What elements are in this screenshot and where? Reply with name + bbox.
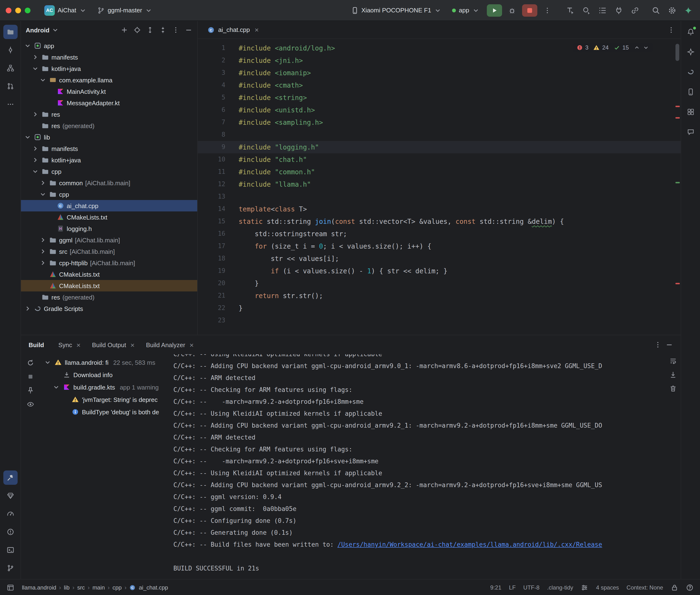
project-tree-item-cmakelists-txt[interactable]: CMakeLists.txt [21, 268, 197, 280]
build-tool-window-button[interactable] [3, 471, 18, 485]
project-tree-item-common-aichat-lib-main[interactable]: common [AiChat.lib.main] [21, 177, 197, 189]
project-widget[interactable]: AC AiChat [41, 3, 90, 18]
breadcrumb-main[interactable]: main [92, 584, 105, 591]
chevron-down-icon[interactable] [39, 191, 47, 198]
gutter-line-6[interactable]: 6 [198, 104, 225, 116]
filter-icon[interactable] [27, 400, 34, 408]
gutter-line-18[interactable]: 18 [198, 252, 225, 265]
branch-widget[interactable]: ggml-master [94, 4, 156, 16]
gutter-line-22[interactable]: 22 [198, 302, 225, 314]
project-tree-item-cmakelists-txt[interactable]: CMakeLists.txt [21, 280, 197, 291]
next-problem-button[interactable] [643, 44, 649, 51]
gutter-line-14[interactable]: 14 [198, 203, 225, 215]
device-manager-button[interactable] [683, 85, 698, 99]
project-tree-item-manifests[interactable]: manifests [21, 143, 197, 154]
project-tree-item-lib[interactable]: lib [21, 132, 197, 143]
soft-wrap-button[interactable] [669, 357, 677, 365]
hide-panel-button[interactable] [185, 26, 192, 34]
chevron-right-icon[interactable] [24, 305, 31, 312]
project-tree-item-com-example-llama[interactable]: com.example.llama [21, 74, 197, 86]
project-tool-window-button[interactable] [3, 25, 18, 39]
code-line-13[interactable]: 13 [198, 191, 681, 203]
close-icon[interactable]: × [190, 341, 194, 348]
gutter-line-8[interactable]: 8 [198, 129, 225, 141]
run-config-selector[interactable]: app [449, 4, 483, 16]
build-window-title[interactable]: Build [29, 341, 44, 348]
gutter-line-3[interactable]: 3 [198, 67, 225, 79]
close-window-button[interactable] [6, 7, 11, 13]
project-tree-item-app[interactable]: app [21, 40, 197, 51]
gutter-line-12[interactable]: 12 [198, 178, 225, 191]
clear-console-button[interactable] [669, 385, 677, 392]
pull-requests-button[interactable] [3, 79, 18, 93]
build-tab-sync[interactable]: Sync× [54, 339, 85, 351]
gutter-line-21[interactable]: 21 [198, 289, 225, 302]
live-edit-icon[interactable] [566, 6, 575, 15]
chevron-down-icon[interactable] [24, 133, 31, 141]
project-tree-item-messageadapter-kt[interactable]: MessageAdapter.kt [21, 97, 197, 109]
breadcrumb-cpp[interactable]: cpp [112, 584, 122, 591]
gutter-line-23[interactable]: 23 [198, 314, 225, 327]
code-line-2[interactable]: 2#include <jni.h> [198, 54, 681, 67]
lock-icon[interactable] [671, 584, 678, 591]
gutter-line-19[interactable]: 19 [198, 265, 225, 277]
chevron-right-icon[interactable] [39, 236, 47, 244]
project-tree-item-logging-h[interactable]: Hlogging.h [21, 223, 197, 234]
rerun-build-button[interactable] [27, 359, 34, 367]
stop-build-button[interactable] [27, 373, 34, 380]
file-encoding[interactable]: UTF-8 [523, 584, 539, 591]
code-line-5[interactable]: 5#include <string> [198, 91, 681, 104]
line-separator[interactable]: LF [509, 584, 516, 591]
code-line-14[interactable]: 14template<class T> [198, 203, 681, 215]
code-line-4[interactable]: 4#include <cmath> [198, 79, 681, 91]
clang-tidy-widget[interactable]: .clang-tidy [547, 584, 573, 591]
build-tree-item-llama-android-fi[interactable]: llama.android: fi22 sec, 583 ms [40, 356, 169, 369]
chevron-right-icon[interactable] [39, 179, 47, 187]
editor-scrollbar[interactable] [674, 39, 681, 335]
ui-check-icon[interactable] [582, 6, 591, 15]
chevron-down-icon[interactable] [31, 168, 39, 175]
code-editor[interactable]: 1#include <android/log.h>2#include <jni.… [198, 39, 681, 335]
close-icon[interactable]: × [255, 26, 259, 33]
close-icon[interactable]: × [130, 341, 135, 348]
link-icon[interactable] [631, 6, 639, 15]
error-stripe-mark[interactable] [675, 117, 680, 119]
code-line-6[interactable]: 6#include <unistd.h> [198, 104, 681, 116]
error-stripe-mark[interactable] [675, 106, 680, 107]
code-line-8[interactable]: 8 [198, 129, 681, 141]
project-tree-item-ggml-aichat-lib-main[interactable]: ggml [AiChat.lib.main] [21, 234, 197, 246]
scrollbar-thumb[interactable] [675, 44, 679, 61]
debug-button[interactable] [506, 4, 518, 17]
code-style-icon[interactable] [581, 584, 589, 591]
problems-tool-window-button[interactable] [3, 525, 18, 539]
more-tool-windows-button[interactable] [3, 97, 18, 111]
inspections-status-icon[interactable] [686, 584, 694, 591]
breadcrumb-lib[interactable]: lib [64, 584, 69, 591]
code-line-16[interactable]: 16 std::ostringstream str; [198, 228, 681, 240]
notifications-button[interactable] [683, 25, 698, 39]
fullscreen-window-button[interactable] [25, 7, 30, 13]
version-control-tool-window-button[interactable] [3, 561, 18, 575]
gutter-line-5[interactable]: 5 [198, 91, 225, 104]
project-tree-item-res[interactable]: res [21, 109, 197, 120]
chevron-right-icon[interactable] [31, 156, 39, 164]
console-file-link[interactable]: /Users/hanyin/Workspace/ai-chat/examples… [337, 541, 602, 548]
chevron-down-icon[interactable] [31, 65, 39, 73]
gutter-line-16[interactable]: 16 [198, 228, 225, 240]
device-selector[interactable]: Xiaomi POCOPHONE F1 [347, 4, 445, 16]
gutter-line-2[interactable]: 2 [198, 54, 225, 67]
dependencies-tool-window-button[interactable] [3, 488, 18, 503]
panel-options-button[interactable] [172, 26, 179, 34]
build-console[interactable]: C/C++: -- Using KleidiAI optimized kerne… [169, 354, 681, 579]
context-widget[interactable]: Context: None [627, 584, 663, 591]
run-button[interactable] [487, 4, 502, 17]
chevron-right-icon[interactable] [31, 145, 39, 152]
code-line-15[interactable]: 15static std::string join(const std::vec… [198, 215, 681, 228]
gutter-line-15[interactable]: 15 [198, 215, 225, 228]
tab-options-button[interactable] [667, 26, 675, 34]
window-layout-icon[interactable] [7, 584, 14, 591]
gemini-icon[interactable] [684, 6, 693, 15]
search-icon[interactable] [652, 6, 660, 15]
chevron-right-icon[interactable] [31, 53, 39, 61]
project-view-selector[interactable]: Android [26, 26, 50, 34]
